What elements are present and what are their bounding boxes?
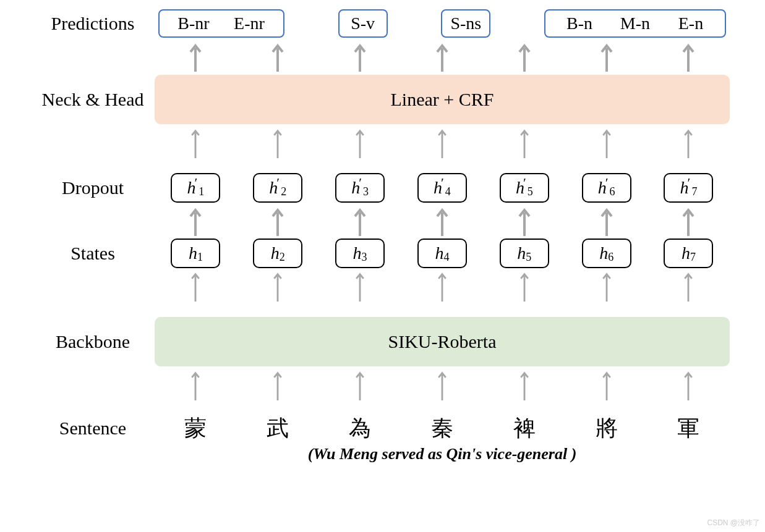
neckhead-label: Neck & Head xyxy=(31,89,155,110)
hidden-state: h6 xyxy=(582,239,631,268)
up-arrow-icon xyxy=(171,271,220,314)
hidden-state: h7 xyxy=(664,239,713,268)
neckhead-block: Linear + CRF xyxy=(155,75,730,124)
up-arrow-icon xyxy=(171,41,220,72)
sentence-label: Sentence xyxy=(31,418,155,439)
prediction-tag: E-n xyxy=(663,14,719,33)
up-arrow-icon xyxy=(171,205,220,236)
backbone-label: Backbone xyxy=(31,331,155,352)
up-arrow-icon xyxy=(253,127,302,171)
states-label: States xyxy=(31,243,155,264)
up-arrow-icon xyxy=(417,205,467,236)
hidden-state: h5 xyxy=(500,239,549,268)
sentence-char: 秦 xyxy=(417,413,467,444)
prediction-tag: S-ns xyxy=(441,9,490,38)
sentence-char: 武 xyxy=(253,413,302,444)
up-arrow-icon xyxy=(500,205,549,236)
hidden-state: h4 xyxy=(417,239,467,268)
dropout-state: h′4 xyxy=(417,173,467,203)
sentence-translation: (Wu Meng served as Qin's vice-general ) xyxy=(155,445,730,463)
up-arrow-icon xyxy=(500,369,549,413)
sentence-char: 為 xyxy=(335,413,385,444)
up-arrow-icon xyxy=(171,369,220,413)
up-arrow-icon xyxy=(417,127,467,171)
dropout-state: h′6 xyxy=(582,173,631,203)
prediction-group-n: B-n M-n E-n xyxy=(544,9,726,38)
dropout-state: h′7 xyxy=(664,173,713,203)
sentence-char: 軍 xyxy=(664,413,713,444)
arrow-row xyxy=(155,41,730,72)
hidden-state: h1 xyxy=(171,239,220,268)
up-arrow-icon xyxy=(253,369,302,413)
states-row: h1 h2 h3 h4 h5 h6 h7 xyxy=(155,239,730,268)
dropout-state: h′5 xyxy=(500,173,549,203)
dropout-row: h′1 h′2 h′3 h′4 h′5 h′6 h′7 xyxy=(155,173,730,203)
prediction-tag: B-n xyxy=(552,14,607,33)
sentence-char: 蒙 xyxy=(171,413,220,444)
up-arrow-icon xyxy=(417,271,467,314)
up-arrow-icon xyxy=(335,127,385,171)
up-arrow-icon xyxy=(500,41,549,72)
up-arrow-icon xyxy=(664,127,713,171)
up-arrow-icon xyxy=(500,271,549,314)
up-arrow-icon xyxy=(417,41,467,72)
up-arrow-icon xyxy=(253,41,302,72)
hidden-state: h3 xyxy=(335,239,385,268)
prediction-tag: S-v xyxy=(338,9,388,38)
arrow-row xyxy=(155,271,730,314)
up-arrow-icon xyxy=(171,127,220,171)
sentence-row: 蒙 武 為 秦 裨 將 軍 xyxy=(155,413,730,444)
up-arrow-icon xyxy=(500,127,549,171)
up-arrow-icon xyxy=(253,271,302,314)
up-arrow-icon xyxy=(335,41,385,72)
up-arrow-icon xyxy=(582,127,631,171)
backbone-block: SIKU-Roberta xyxy=(155,317,730,366)
up-arrow-icon xyxy=(335,205,385,236)
up-arrow-icon xyxy=(664,271,713,314)
dropout-state: h′1 xyxy=(171,173,220,203)
dropout-state: h′2 xyxy=(253,173,302,203)
dropout-label: Dropout xyxy=(31,177,155,198)
up-arrow-icon xyxy=(335,271,385,314)
sentence-char: 裨 xyxy=(500,413,549,444)
up-arrow-icon xyxy=(582,41,631,72)
up-arrow-icon xyxy=(664,205,713,236)
up-arrow-icon xyxy=(417,369,467,413)
architecture-diagram: Predictions B-nr E-nr S-v S-ns B-n M-n E… xyxy=(31,6,736,463)
up-arrow-icon xyxy=(253,205,302,236)
up-arrow-icon xyxy=(582,271,631,314)
up-arrow-icon xyxy=(582,205,631,236)
up-arrow-icon xyxy=(335,369,385,413)
arrow-row xyxy=(155,205,730,236)
prediction-tag: B-nr xyxy=(166,14,221,33)
arrow-row xyxy=(155,127,730,171)
up-arrow-icon xyxy=(664,41,713,72)
sentence-char: 將 xyxy=(582,413,631,444)
hidden-state: h2 xyxy=(253,239,302,268)
up-arrow-icon xyxy=(664,369,713,413)
prediction-group-nr: B-nr E-nr xyxy=(158,9,284,38)
dropout-state: h′3 xyxy=(335,173,385,203)
prediction-tag: E-nr xyxy=(221,14,277,33)
arrow-row xyxy=(155,369,730,413)
watermark: CSDN @没咋了 xyxy=(707,518,760,528)
predictions-row: B-nr E-nr S-v S-ns B-n M-n E-n xyxy=(155,9,730,38)
prediction-tag: M-n xyxy=(607,14,663,33)
up-arrow-icon xyxy=(582,369,631,413)
predictions-label: Predictions xyxy=(31,13,155,34)
